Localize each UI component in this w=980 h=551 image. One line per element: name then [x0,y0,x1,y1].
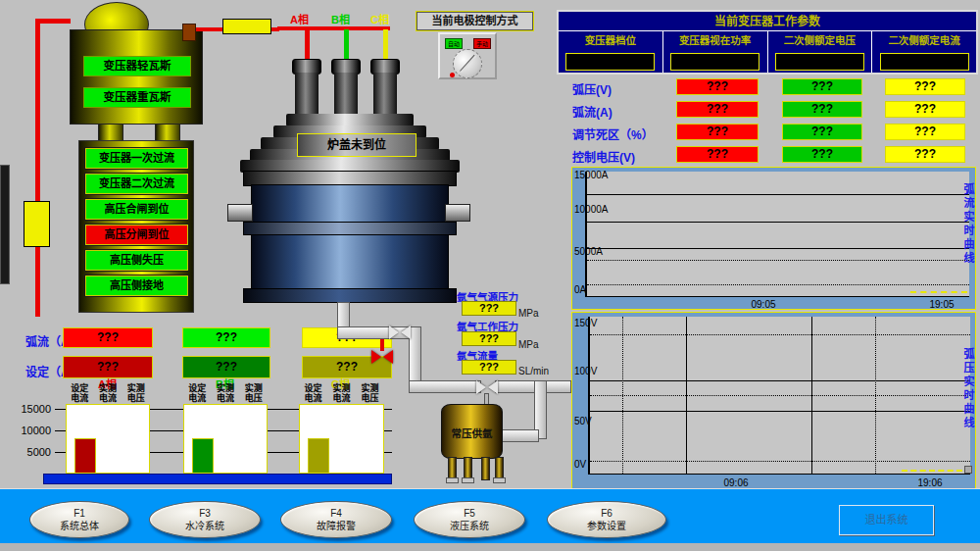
transformer-body: 变压器轻瓦斯 变压器重瓦斯 [70,29,203,125]
lamp-hv-open-in-place: 高压分闸到位 [85,225,188,245]
transformer-bushing [182,24,196,41]
argon-working-pressure-value: ??? [462,331,516,346]
furnace-trunnion-right [445,204,470,222]
electrode-control-mode-panel: 自动 手动 [438,32,497,79]
deadband-a: ??? [676,124,759,140]
arc-current-trend-chart: 15000A 10000A 5000A 0A 09:05 19:05 弧流实时曲… [571,167,976,310]
lamp-secondary-overcurrent: 变压器二次过流 [85,174,188,194]
nav-button-f1-system-overview[interactable]: F1系统总体 [29,501,129,538]
lamp-hv-loss-of-voltage: 高压侧失压 [85,250,188,271]
phase-bus [277,26,390,30]
tap-position-value [565,53,655,71]
col-rated-current: 二次侧额定电流 [872,31,976,50]
bottom-strip [0,543,980,551]
bar-ytick-15000: 15000 [12,403,51,415]
bar-ytick-5000: 5000 [12,446,51,458]
nav-button-f6-parameter-settings[interactable]: F6参数设置 [547,501,666,538]
hv-wire-vertical [35,19,40,317]
status-lamp-panel: 变压器一次过流 变压器二次过流 高压合闸到位 高压分闸到位 高压侧失压 高压侧接… [78,140,194,313]
argon-supply-valve-icon[interactable] [476,380,498,394]
col-tap-position: 变压器档位 [559,31,663,50]
vessel-leg [481,457,490,480]
phase-c-label: C相 [370,11,389,26]
exit-system-button[interactable]: 退出系统 [839,505,934,535]
measured-current-a: ??? [63,327,153,348]
transformer-light-gas-lamp: 变压器轻瓦斯 [83,56,191,76]
bar-setpoint-c [308,438,329,473]
furnace-band [243,222,457,235]
arc-voltage-a: ??? [676,78,759,95]
manual-mode-button[interactable]: 手动 [473,38,491,49]
phase-c-drop [383,29,388,61]
control-voltage-c: ??? [885,146,965,163]
bar-panel-c [299,404,384,474]
auto-mode-button[interactable]: 自动 [445,38,463,49]
arc-voltage-trend-chart: 150V 100V 50V 0V 09:06 19:06 弧压实时曲线 [571,312,976,490]
arc-voltage-plot-area [588,317,970,475]
bar-setpoint-b [192,438,214,473]
argon-supply-vessel: 常压供氩 [441,404,503,459]
transformer-heavy-gas-lamp: 变压器重瓦斯 [83,87,191,108]
vessel-foot [462,477,474,483]
arc-voltage-trend-title: 弧压实时曲线 [960,348,976,470]
bushing-wire [196,27,222,31]
rated-voltage-value [775,53,864,71]
furnace-trunnion-left [227,204,253,222]
lamp-primary-overcurrent: 变压器一次过流 [85,148,188,169]
dial-position-dot [450,73,455,77]
trend-cursor-dashes [902,470,962,472]
left-edge-element [0,165,10,284]
arc-current-b: ??? [782,101,862,118]
bar-chart-base [43,474,392,484]
bottom-nav-bar: F1系统总体 F3水冷系统 F4故障报警 F5液压系统 F6参数设置 退出系统 [0,488,980,543]
deadband-c: ??? [885,124,965,140]
control-voltage-a: ??? [676,146,759,163]
argon-source-pressure-value: ??? [462,301,516,316]
arc-current-c: ??? [885,101,965,118]
bar-headers-b: 设定电流 实测电流 实测电压 [183,384,268,403]
phase-b-label: B相 [331,11,350,26]
col-rated-voltage: 二次侧额定电压 [768,31,873,50]
argon-source-pressure-unit: MPa [518,308,539,319]
argon-flow-value: ??? [462,360,516,375]
nav-button-f3-water-cooling[interactable]: F3水冷系统 [149,501,261,538]
col-apparent-power: 变压器视在功率 [663,31,768,50]
phase-a-drop [305,29,310,61]
phase-b-drop [344,29,349,61]
pipe-run-6 [500,429,539,442]
hmi-screen: 变压器轻瓦斯 变压器重瓦斯 变压器一次过流 变压器二次过流 高压合闸到位 高压分… [0,0,980,551]
bar-panel-b [183,404,268,474]
furnace-bottom-flange [243,288,457,303]
arc-voltage-label: 弧压(V) [572,80,612,97]
deadband-b: ??? [782,124,862,140]
phase-a-label: A相 [290,11,309,26]
bar-ytick-10000: 10000 [12,425,51,436]
series-reactor [222,19,271,34]
arc-current-a: ??? [676,101,759,118]
transformer-foot [155,124,180,141]
lamp-hv-side-grounded: 高压侧接地 [85,276,188,296]
nav-button-f5-hydraulic-system[interactable]: F5液压系统 [414,501,525,538]
bar-headers-a: 设定电流 实测电流 实测电压 [66,384,150,403]
control-voltage-b: ??? [782,146,862,163]
nav-button-f4-fault-alarm[interactable]: F4故障报警 [280,501,392,538]
arc-voltage-b: ??? [782,78,862,95]
arc-current-trend-title: 弧流实时曲线 [960,183,976,305]
transformer-foot [98,124,123,141]
drain-valve-icon[interactable] [371,350,393,364]
furnace-shell [251,184,449,302]
bar-setpoint-a [74,438,96,473]
mode-selector-dial[interactable] [453,49,482,78]
dial-handle [460,55,476,73]
transformer-params-table: 当前变压器工作参数 变压器档位 变压器视在功率 二次侧额定电压 二次侧额定电流 [557,10,978,75]
pipe-run-3 [409,380,481,393]
rated-current-value [880,53,969,71]
measured-current-b: ??? [182,327,270,348]
furnace-lid-status: 炉盖未到位 [297,133,416,157]
hv-wire-horizontal [37,19,71,24]
line-valve-icon[interactable] [389,326,411,339]
argon-flow-unit: SL/min [518,366,549,376]
argon-working-pressure-unit: MPa [518,339,539,350]
bar-panel-a [66,404,150,474]
trend-cursor-dashes [910,291,967,293]
